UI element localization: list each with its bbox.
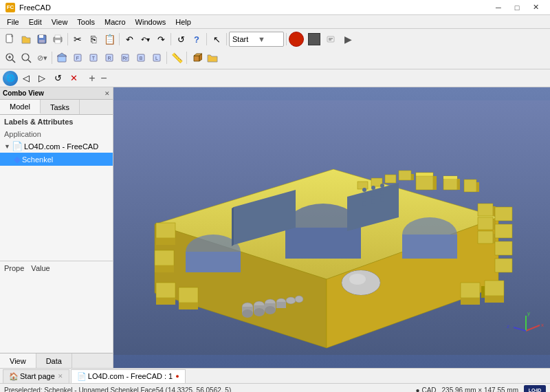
toolbar-row-1: ✂ ⎘ 📋 ↶ ↶▾ ↷ ↺ ? ↖ Start ▼ ▶ [3, 30, 547, 48]
panel-tabs: Model Tasks [0, 100, 113, 115]
start-page-label: Start page [20, 372, 55, 380]
menu-help[interactable]: Help [171, 17, 195, 27]
svg-line-15 [28, 60, 31, 63]
status-text: Preselected: Schenkel - Unnamed.Schenkel… [4, 386, 416, 392]
home-view-button[interactable] [54, 50, 69, 65]
svg-point-89 [295, 296, 303, 303]
svg-rect-59 [495, 241, 512, 255]
svg-rect-74 [156, 298, 175, 305]
properties-panel: Prope Value [0, 261, 113, 353]
freecad-tab-label: LO4D.com - FreeCAD : 1 [88, 372, 173, 380]
start-page-close[interactable]: ✕ [58, 373, 63, 380]
combo-pin-button[interactable]: ✕ [104, 90, 110, 97]
tree-item-freecad[interactable]: ▼ 📄 LO4D.com - FreeCAD [0, 140, 113, 153]
drawstyle-button[interactable]: ⊘▾ [34, 50, 50, 65]
svg-text:z: z [507, 323, 509, 329]
svg-rect-91 [411, 174, 414, 180]
undo2-button[interactable]: ↶▾ [138, 32, 153, 47]
tab-start-page[interactable]: 🏠 Start page ✕ [3, 369, 69, 383]
zoom-all-button[interactable] [3, 50, 18, 65]
tab-model[interactable]: Model [0, 100, 41, 114]
nav-minus-button[interactable]: − [98, 71, 109, 86]
svg-rect-63 [481, 286, 485, 298]
svg-rect-48 [457, 179, 460, 190]
svg-text:B: B [140, 56, 143, 61]
tree-item-schenkel[interactable]: ◆ Schenkel [0, 153, 113, 166]
freecad-tab-icon: 📄 [77, 372, 85, 380]
tab-data[interactable]: Data [36, 353, 72, 368]
svg-point-101 [362, 202, 366, 206]
open-button[interactable] [19, 32, 34, 47]
lo4d-logo: LO4D [524, 385, 546, 393]
undo-button[interactable]: ↶ [122, 32, 137, 47]
refresh-nav-button[interactable]: ↺ [50, 71, 65, 86]
close-button[interactable]: ✕ [527, 1, 544, 14]
3d-view[interactable]: x y z [113, 87, 550, 368]
svg-rect-50 [476, 182, 479, 192]
new-button[interactable] [3, 32, 18, 47]
zoom-select-button[interactable] [19, 50, 34, 65]
workbench-dropdown[interactable]: Start ▼ [229, 32, 284, 47]
top-view-button[interactable]: T [86, 50, 101, 65]
back-button[interactable]: ◁ [19, 71, 34, 86]
app-title: FreeCAD [19, 3, 51, 12]
menu-windows[interactable]: Windows [131, 17, 170, 27]
menu-tools[interactable]: Tools [73, 17, 99, 27]
svg-point-98 [362, 195, 366, 199]
print-button[interactable] [50, 32, 65, 47]
svg-rect-72 [155, 265, 174, 272]
svg-rect-47 [443, 176, 457, 179]
measure-button[interactable]: 📏 [169, 50, 184, 65]
workbench-label: Start [232, 35, 255, 43]
tab-freecad-1[interactable]: 📄 LO4D.com - FreeCAD : 1 ● [71, 369, 186, 383]
menu-file[interactable]: File [3, 17, 23, 27]
svg-point-82 [254, 308, 265, 316]
redo-button[interactable]: ↷ [153, 32, 168, 47]
application-label: Application [0, 129, 113, 140]
menu-view[interactable]: View [47, 17, 72, 27]
help-button[interactable]: ? [189, 32, 204, 47]
select-button[interactable]: ↖ [209, 32, 224, 47]
menu-edit[interactable]: Edit [25, 17, 46, 27]
macro-edit-button[interactable] [324, 32, 340, 47]
paste-button[interactable]: 📋 [102, 32, 117, 47]
box-button[interactable] [189, 50, 204, 65]
status-bar: Preselected: Schenkel - Unnamed.Schenkel… [0, 383, 550, 392]
svg-rect-71 [155, 250, 174, 265]
save-button[interactable] [34, 32, 50, 47]
properties-header: Prope Value [0, 261, 113, 275]
nav-plus-button[interactable]: + [87, 71, 98, 86]
rear-view-button[interactable]: Rr [118, 50, 133, 65]
viewport[interactable]: x y z [113, 87, 550, 368]
stop-nav-button[interactable]: ✕ [66, 71, 81, 86]
stop-button[interactable] [308, 33, 320, 45]
svg-point-85 [265, 306, 276, 314]
front-view-button[interactable]: F [70, 50, 85, 65]
record-button[interactable] [289, 32, 304, 47]
svg-rect-75 [179, 287, 198, 303]
bottom-view-button[interactable]: B [133, 50, 148, 65]
refresh-button[interactable]: ↺ [173, 32, 188, 47]
cut-button[interactable]: ✂ [70, 32, 85, 47]
svg-rect-90 [399, 171, 411, 180]
svg-point-97 [380, 184, 384, 188]
forward-button[interactable]: ▷ [34, 71, 50, 86]
toolbar-row-2: ⊘▾ F T R Rr B L 📏 [3, 48, 547, 67]
copy-button[interactable]: ⎘ [86, 32, 101, 47]
svg-point-102 [371, 199, 375, 204]
menu-macro[interactable]: Macro [100, 17, 130, 27]
value-col-header: Value [31, 264, 50, 272]
open-folder-button[interactable] [205, 50, 220, 65]
right-view-button[interactable]: R [102, 50, 117, 65]
svg-text:Rr: Rr [122, 56, 128, 61]
globe-button[interactable]: 🌐 [3, 71, 18, 86]
minimize-button[interactable]: ─ [490, 1, 507, 14]
play-button[interactable]: ▶ [340, 32, 355, 47]
maximize-button[interactable]: □ [508, 1, 526, 14]
svg-line-11 [12, 60, 15, 63]
svg-point-103 [380, 197, 384, 202]
left-view-button[interactable]: L [149, 50, 164, 65]
freecad-tab-close[interactable]: ● [175, 373, 179, 380]
tab-tasks[interactable]: Tasks [41, 100, 80, 114]
tab-view[interactable]: View [0, 353, 36, 368]
